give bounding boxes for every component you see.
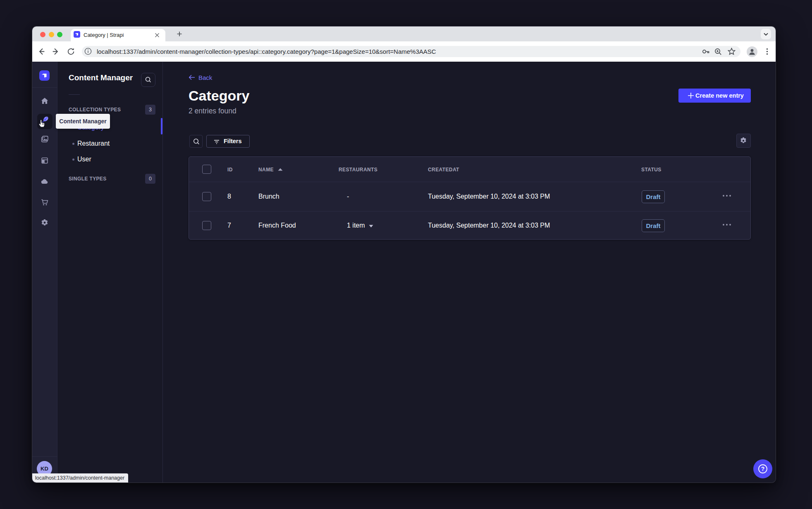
svg-text:?: ?	[761, 466, 765, 472]
